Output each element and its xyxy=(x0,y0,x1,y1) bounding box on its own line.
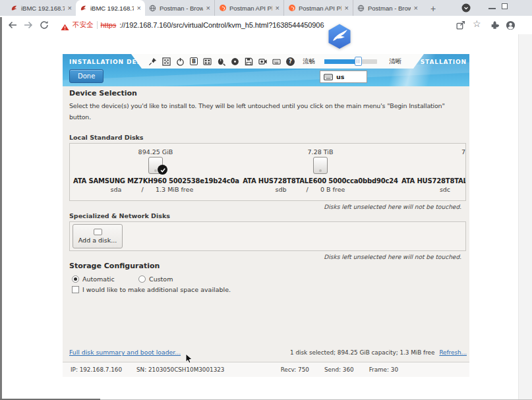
radio-unselected-icon[interactable] xyxy=(138,275,146,283)
share-icon[interactable] xyxy=(456,20,465,30)
add-disk-button[interactable]: Add a disk... xyxy=(73,224,123,248)
security-chip[interactable]: 不安全 https://192.168.7.160/src/virtualCon… xyxy=(61,20,324,30)
kvm-status-bar: IP: 192.168.7.160 SN: 2103050CSH10M30013… xyxy=(63,362,469,377)
disk-separator xyxy=(452,186,466,193)
disk-size: 7.28 TiB xyxy=(238,148,403,156)
description-line-1: Select the device(s) you'd like to insta… xyxy=(69,100,445,111)
globe-icon xyxy=(357,5,365,12)
tab-title: Postman API Platfo xyxy=(229,5,272,12)
ibmc-logo-icon xyxy=(326,23,353,49)
device-selection-description: Select the device(s) you'd like to insta… xyxy=(69,100,445,123)
mouse-icon[interactable] xyxy=(217,57,225,66)
radio-automatic[interactable]: Automatic xyxy=(72,275,138,283)
screen-layout-icon[interactable] xyxy=(203,57,212,66)
tab-title: iBMC 192.168.7.16 xyxy=(21,5,65,12)
installer-footer: Full disk summary and boot loader... 1 d… xyxy=(63,343,469,362)
tab-close-icon[interactable]: × xyxy=(276,5,280,12)
disk-detail-row: sdc xyxy=(401,186,466,193)
profile-avatar-icon[interactable] xyxy=(506,20,516,30)
tab-title: Postman - Browse xyxy=(368,5,411,12)
refresh-link[interactable]: Refresh... xyxy=(439,349,467,356)
url-scheme: https xyxy=(101,21,117,29)
kvm-page: INSTALLATION DEST STALLATION Done B ? 流畅 xyxy=(0,34,532,400)
tab-ibmc-2-active[interactable]: iBMC 192.168.7.16 × xyxy=(76,0,145,16)
disk-name: ATA HUS728T8TAL xyxy=(401,177,466,185)
done-button[interactable]: Done xyxy=(69,69,103,83)
disk-device: sdb xyxy=(268,186,294,193)
keyboard-layout-label: us xyxy=(336,73,344,80)
reload-icon[interactable] xyxy=(40,20,49,30)
tab-ibmc-1[interactable]: iBMC 192.168.7.16 × xyxy=(7,0,76,16)
disk-sda[interactable]: 894.25 GiB ATA SAMSUNG MZ7KH960 5002538e… xyxy=(73,144,238,200)
installer-title-right: STALLATION xyxy=(421,59,467,65)
tab-postman-api-2[interactable]: Postman API Platfo × xyxy=(283,0,353,16)
tab-title: iBMC 192.168.7.16 xyxy=(90,5,134,12)
radio-custom[interactable]: Custom xyxy=(138,275,173,283)
tab-postman-browse-2[interactable]: Postman - Browse × xyxy=(353,0,422,16)
pin-icon[interactable] xyxy=(148,57,157,66)
radio-automatic-label: Automatic xyxy=(82,275,115,283)
virtual-keyboard-icon[interactable] xyxy=(272,57,281,66)
tab-strip: iBMC 192.168.7.16 × iBMC 192.168.7.16 × … xyxy=(0,0,532,16)
status-send: Send: 360 xyxy=(324,366,354,373)
extensions-puzzle-icon[interactable] xyxy=(490,20,500,30)
quality-slider[interactable] xyxy=(324,59,377,64)
window-maximize-button[interactable] xyxy=(502,3,508,9)
tab-close-icon[interactable]: × xyxy=(68,5,72,12)
window-minimize-button[interactable] xyxy=(488,8,496,9)
browser-circle-button-icon[interactable] xyxy=(461,3,471,13)
local-disks-panel: 894.25 GiB ATA SAMSUNG MZ7KH960 5002538e… xyxy=(69,143,466,201)
disk-device: sda xyxy=(103,186,129,193)
status-sn: SN: 2103050CSH10M3001323 xyxy=(136,366,224,373)
keyboard-b-icon[interactable]: B xyxy=(190,57,198,65)
new-tab-button[interactable]: + xyxy=(426,1,440,16)
forward-icon[interactable] xyxy=(24,20,33,30)
kvm-remote-screen: INSTALLATION DEST STALLATION Done B ? 流畅 xyxy=(63,54,469,362)
keyboard-icon xyxy=(324,71,333,83)
address-bar: 不安全 https://192.168.7.160/src/virtualCon… xyxy=(0,16,532,35)
storage-options: Automatic Custom xyxy=(72,275,173,283)
installer-title-left: INSTALLATION DEST xyxy=(69,59,146,65)
floppy-icon[interactable] xyxy=(245,57,253,66)
browser-scrollbar[interactable] xyxy=(518,34,532,400)
bookmark-star-icon[interactable]: ☆ xyxy=(473,18,481,29)
disk-separator: / xyxy=(129,186,156,193)
tab-close-icon[interactable]: × xyxy=(414,5,418,12)
postman-icon xyxy=(219,5,226,12)
status-ip: IP: 192.168.7.160 xyxy=(71,366,122,373)
slider-fill xyxy=(324,59,357,64)
tab-close-icon[interactable]: × xyxy=(206,5,210,12)
power-icon[interactable] xyxy=(176,57,185,66)
keyboard-layout-box[interactable]: us xyxy=(320,71,367,83)
storage-configuration-title: Storage Configuration xyxy=(69,262,160,270)
local-disks-label: Local Standard Disks xyxy=(69,134,144,141)
tab-postman-browse-1[interactable]: Postman - Browse × xyxy=(145,0,214,16)
browser-window: iBMC 192.168.7.16 × iBMC 192.168.7.16 × … xyxy=(0,0,532,400)
checkbox-label: I would like to make additional space av… xyxy=(82,286,231,293)
tab-close-icon[interactable]: × xyxy=(345,5,349,12)
checkbox-icon[interactable] xyxy=(72,286,79,293)
status-frame: Frame: 30 xyxy=(369,366,398,373)
window-border-left xyxy=(0,17,2,400)
specialized-disks-label: Specialized & Network Disks xyxy=(69,212,170,219)
additional-space-option[interactable]: I would like to make additional space av… xyxy=(72,286,231,293)
device-selection-title: Device Selection xyxy=(69,89,137,98)
cd-icon[interactable] xyxy=(231,57,239,66)
disk-sdb[interactable]: 7.28 TiB ATA HUS728T8TALE600 5000cca0bbd… xyxy=(238,144,403,200)
fullscreen-icon[interactable] xyxy=(162,57,171,66)
tab-postman-api-1[interactable]: Postman API Platfo × xyxy=(214,0,283,16)
postman-icon xyxy=(288,5,295,12)
globe-icon xyxy=(149,5,156,12)
mouse-cursor-icon xyxy=(185,353,193,367)
help-icon[interactable]: ? xyxy=(286,57,295,66)
record-icon[interactable] xyxy=(258,57,267,66)
back-icon[interactable] xyxy=(8,20,17,30)
slider-sharp-label: 清晰 xyxy=(389,57,401,66)
url-text[interactable]: ://192.168.7.160/src/virtualControl/kvm_… xyxy=(119,21,324,29)
disk-icon xyxy=(148,157,163,174)
tab-close-icon[interactable]: × xyxy=(137,5,141,12)
slider-handle[interactable] xyxy=(355,57,362,66)
full-disk-summary-link[interactable]: Full disk summary and boot loader... xyxy=(69,349,181,356)
disk-sdc[interactable]: 7 ATA HUS728T8TAL sdc xyxy=(401,144,466,200)
radio-selected-icon[interactable] xyxy=(72,275,79,283)
